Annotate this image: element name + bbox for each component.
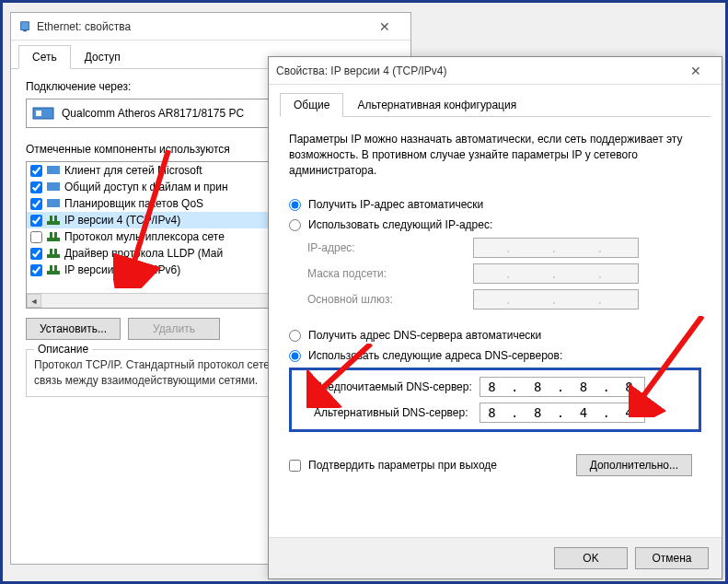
svg-rect-6 (47, 199, 60, 207)
checkbox[interactable] (30, 198, 42, 210)
scroll-left-button[interactable]: ◄ (27, 294, 41, 308)
svg-rect-4 (47, 166, 60, 174)
protocol-icon (46, 230, 61, 243)
share-icon (46, 181, 61, 193)
ethernet-icon (18, 20, 31, 33)
protocol-icon (46, 263, 61, 276)
svg-rect-9 (54, 216, 57, 221)
dns-manual-radio[interactable] (289, 350, 301, 362)
tab-network[interactable]: Сеть (18, 45, 71, 69)
tab-alternate[interactable]: Альтернативная конфигурация (343, 93, 530, 117)
window-title: Ethernet: свойства (37, 20, 366, 33)
svg-rect-12 (54, 232, 57, 238)
svg-rect-17 (50, 265, 52, 271)
cancel-button[interactable]: Отмена (635, 547, 709, 569)
subnet-mask-input: . . . (473, 263, 639, 284)
confirm-on-exit-checkbox[interactable] (289, 460, 301, 472)
window-title: Свойства: IP версии 4 (TCP/IPv4) (276, 64, 677, 77)
checkbox[interactable] (30, 215, 42, 227)
protocol-icon (46, 214, 61, 227)
dns-alternate-input[interactable]: 8 . 8 . 4 . 4 (480, 403, 645, 423)
dns-preferred-input[interactable]: 8 . 8 . 8 . 8 (480, 377, 645, 397)
svg-rect-8 (50, 216, 52, 221)
install-button[interactable]: Установить... (26, 318, 121, 340)
svg-rect-0 (21, 21, 29, 29)
qos-icon (46, 197, 61, 210)
svg-rect-13 (47, 254, 60, 258)
client-icon (46, 164, 61, 177)
dns-preferred-label: Предпочитаемый DNS-сервер: (314, 380, 480, 393)
gateway-label: Основной шлюз: (307, 293, 473, 306)
svg-rect-11 (50, 232, 52, 238)
close-button[interactable]: ✕ (677, 64, 714, 78)
dns-highlight-box: Предпочитаемый DNS-сервер:8 . 8 . 8 . 8 … (289, 368, 701, 432)
checkbox[interactable] (30, 165, 42, 177)
svg-rect-5 (47, 182, 60, 191)
protocol-icon (46, 247, 61, 260)
svg-rect-7 (47, 221, 60, 225)
checkbox[interactable] (30, 181, 42, 193)
dns-auto-radio[interactable] (289, 330, 301, 342)
dns-manual-label: Использовать следующие адреса DNS-сервер… (308, 349, 562, 362)
tab-general[interactable]: Общие (280, 93, 343, 117)
close-button[interactable]: ✕ (366, 19, 403, 34)
svg-rect-1 (23, 29, 27, 31)
ip-auto-radio[interactable] (289, 199, 301, 211)
ip-manual-radio[interactable] (289, 219, 301, 231)
tab-access[interactable]: Доступ (71, 45, 134, 69)
ip-auto-label: Получить IP-адрес автоматически (308, 198, 483, 211)
svg-rect-15 (54, 249, 57, 254)
ipv4-properties-window: Свойства: IP версии 4 (TCP/IPv4) ✕ Общие… (268, 56, 722, 579)
checkbox[interactable] (30, 264, 42, 276)
remove-button[interactable]: Удалить (128, 318, 220, 340)
subnet-mask-label: Маска подсети: (307, 267, 473, 280)
gateway-input: . . . (473, 289, 639, 310)
ok-button[interactable]: OK (554, 547, 628, 569)
checkbox[interactable] (30, 231, 42, 243)
confirm-on-exit-label: Подтвердить параметры при выходе (308, 459, 497, 472)
checkbox[interactable] (30, 248, 42, 260)
dns-auto-label: Получить адрес DNS-сервера автоматически (308, 329, 541, 342)
svg-rect-18 (54, 265, 57, 271)
dns-radio-group: Получить адрес DNS-сервера автоматически… (280, 321, 711, 443)
ip-address-label: IP-адрес: (307, 241, 473, 254)
titlebar[interactable]: Свойства: IP версии 4 (TCP/IPv4) ✕ (269, 57, 722, 85)
info-text: Параметры IP можно назначать автоматичес… (280, 126, 711, 191)
adapter-icon (32, 105, 54, 122)
svg-rect-16 (47, 271, 60, 274)
svg-rect-3 (36, 111, 41, 116)
titlebar[interactable]: Ethernet: свойства ✕ (11, 13, 410, 41)
ip-address-input: . . . (473, 238, 639, 258)
ip-manual-label: Использовать следующий IP-адрес: (308, 218, 492, 231)
description-title: Описание (34, 343, 92, 356)
ip-radio-group: Получить IP-адрес автоматически Использо… (280, 191, 711, 321)
advanced-button[interactable]: Дополнительно... (576, 454, 692, 476)
dns-alternate-label: Альтернативный DNS-сервер: (314, 406, 480, 419)
svg-rect-14 (50, 249, 52, 254)
svg-rect-10 (47, 238, 60, 241)
dialog-footer: OK Отмена (269, 537, 722, 578)
adapter-name: Qualcomm Atheros AR8171/8175 PC (62, 107, 244, 120)
tab-bar: Общие Альтернативная конфигурация (280, 92, 711, 117)
